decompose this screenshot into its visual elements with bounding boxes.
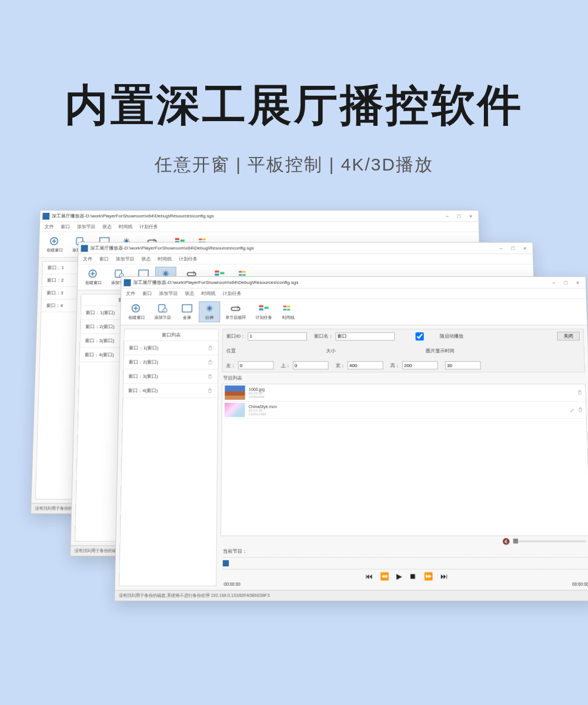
menu-status[interactable]: 状态 (102, 223, 112, 230)
menu-status[interactable]: 状态 (185, 290, 194, 297)
svg-rect-40 (283, 309, 286, 310)
tool-schedule[interactable]: 计划任务 (252, 301, 276, 322)
checkbox-autoplay[interactable] (402, 332, 437, 340)
label-top: 上： (281, 362, 290, 369)
program-item[interactable]: ChinaStye.mov 00:04:39 1920x1080 (222, 402, 586, 419)
trash-icon[interactable] (577, 389, 583, 395)
tool-create-window[interactable]: 创建窗口 (124, 301, 149, 322)
window-controls: − □ × (548, 279, 583, 285)
input-window-id[interactable] (248, 332, 307, 340)
menu-schedule[interactable]: 计划任务 (223, 290, 242, 297)
input-window-name[interactable] (336, 332, 395, 340)
menu-window[interactable]: 窗口 (61, 223, 70, 230)
tool-create-window[interactable]: 创建窗口 (81, 267, 106, 288)
minimize-icon[interactable]: − (496, 245, 506, 251)
trash-icon[interactable] (577, 407, 584, 413)
menubar: 文件 窗口 添加节目 状态 时间线 计划任务 (40, 222, 479, 232)
edit-icon[interactable] (569, 407, 576, 413)
maximize-icon[interactable]: □ (454, 213, 465, 219)
input-width[interactable] (348, 361, 383, 369)
svg-rect-7 (175, 238, 179, 240)
maximize-icon[interactable]: □ (560, 279, 571, 285)
thumbnail (225, 403, 245, 417)
volume-icon[interactable]: 🔇 (502, 538, 510, 545)
volume-row: 🔇 (220, 536, 588, 547)
menu-file[interactable]: 文件 (45, 223, 54, 230)
menubar: 文件 窗口 添加节目 状态 时间线 计划任务 (78, 254, 533, 265)
menu-schedule[interactable]: 计划任务 (139, 223, 158, 230)
svg-rect-41 (287, 309, 290, 310)
window-list-title: 窗口列表 (125, 329, 219, 341)
stop-icon[interactable]: ⏹ (409, 572, 416, 581)
menu-window[interactable]: 窗口 (99, 256, 109, 262)
svg-rect-9 (181, 240, 185, 242)
minimize-icon[interactable]: − (442, 213, 453, 219)
titlebar: 深工展厅播放器-D:\work\PlayerForShowroom\x64\De… (40, 211, 479, 222)
program-item[interactable]: 1000.jpg 00:00:30 1000x666 (222, 385, 586, 402)
play-icon[interactable]: ▶ (396, 572, 402, 581)
close-icon[interactable]: × (573, 279, 583, 285)
list-item[interactable]: 窗口：3(窗口) (123, 369, 218, 383)
menu-timeline[interactable]: 时间线 (201, 290, 215, 297)
playback-timeline[interactable] (223, 557, 588, 569)
menu-add-program[interactable]: 添加节目 (77, 223, 96, 230)
list-item[interactable]: 窗口：1(窗口) (124, 341, 218, 355)
tool-single-loop[interactable]: 单节目循环 (221, 301, 250, 322)
close-button[interactable]: 关闭 (557, 332, 580, 340)
window-title: 深工展厅播放器-D:\work\PlayerForShowroom\x64\De… (52, 213, 442, 219)
close-icon[interactable]: × (520, 245, 530, 251)
list-item[interactable]: 窗口：2(窗口) (124, 355, 218, 369)
menu-timeline[interactable]: 时间线 (158, 256, 172, 262)
maximize-icon[interactable]: □ (507, 245, 518, 251)
next-track-icon[interactable]: ⏭ (440, 572, 447, 581)
label-autoplay: 随启动播放 (440, 333, 464, 339)
close-icon[interactable]: × (466, 213, 476, 219)
label-window-id: 窗口ID： (226, 333, 245, 339)
volume-slider[interactable] (513, 540, 586, 542)
trash-icon[interactable] (207, 373, 213, 379)
statusbar: 没有找到用于备份的磁盘,系统将不进行备份处理 192.168.0.133/80F… (115, 590, 588, 600)
current-program-label: 当前节目： (220, 547, 588, 556)
menu-file[interactable]: 文件 (126, 290, 135, 297)
window-title: 深工展厅播放器-D:\work\PlayerForShowroom\x64\De… (133, 279, 548, 286)
trash-icon[interactable] (208, 345, 213, 351)
menu-schedule[interactable]: 计划任务 (179, 256, 198, 262)
label-height: 高： (390, 362, 400, 369)
tool-stretch[interactable]: 拉伸 (199, 301, 220, 322)
tool-fullscreen[interactable]: 全屏 (176, 301, 198, 322)
window-title: 深工展厅播放器-D:\work\PlayerForShowroom\x64\De… (90, 245, 496, 252)
window-controls: − □ × (442, 213, 476, 219)
menu-timeline[interactable]: 时间线 (119, 223, 133, 230)
tool-add-program[interactable]: +添加节目 (150, 301, 175, 322)
trash-icon[interactable] (207, 387, 213, 393)
tool-timeline[interactable]: 时间线 (278, 301, 299, 322)
tool-create-window[interactable]: 创建窗口 (42, 235, 67, 255)
svg-rect-36 (259, 308, 263, 310)
app-icon (42, 213, 49, 220)
rewind-icon[interactable]: ⏪ (380, 572, 389, 581)
menubar: 文件 窗口 添加节目 状态 时间线 计划任务 (121, 289, 586, 299)
label-left: 左： (226, 362, 236, 369)
menu-add-program[interactable]: 添加节目 (116, 256, 135, 262)
input-picstay[interactable] (445, 361, 481, 369)
input-left[interactable] (238, 361, 274, 369)
label-position: 位置 (226, 348, 236, 354)
input-top[interactable] (293, 361, 329, 369)
svg-text:+: + (164, 309, 166, 313)
trash-icon[interactable] (207, 359, 213, 365)
minimize-icon[interactable]: − (548, 279, 559, 285)
window-list-panel: 窗口列表 窗口：1(窗口) 窗口：2(窗口) 窗口：3(窗口) 窗口：4(窗口) (119, 329, 219, 586)
list-item[interactable]: 窗口：4(窗口) (123, 384, 218, 398)
menu-add-program[interactable]: 添加节目 (159, 290, 178, 297)
prev-track-icon[interactable]: ⏮ (365, 572, 373, 581)
main-panel: 窗口ID： 窗口名： 随启动播放 关闭 位置 大小 图片显示时间 左： 上： 宽… (220, 329, 588, 586)
forward-icon[interactable]: ⏩ (423, 572, 433, 581)
menu-status[interactable]: 状态 (141, 256, 151, 262)
input-height[interactable] (402, 361, 438, 369)
menu-file[interactable]: 文件 (83, 256, 92, 262)
window-props: 窗口ID： 窗口名： 随启动播放 关闭 位置 大小 图片显示时间 左： 上： 宽… (222, 329, 585, 372)
program-resolution: 1000x666 (249, 395, 265, 398)
hero-title: 内置深工展厅播控软件 (0, 76, 588, 135)
menu-window[interactable]: 窗口 (142, 290, 152, 297)
svg-rect-39 (287, 306, 290, 308)
